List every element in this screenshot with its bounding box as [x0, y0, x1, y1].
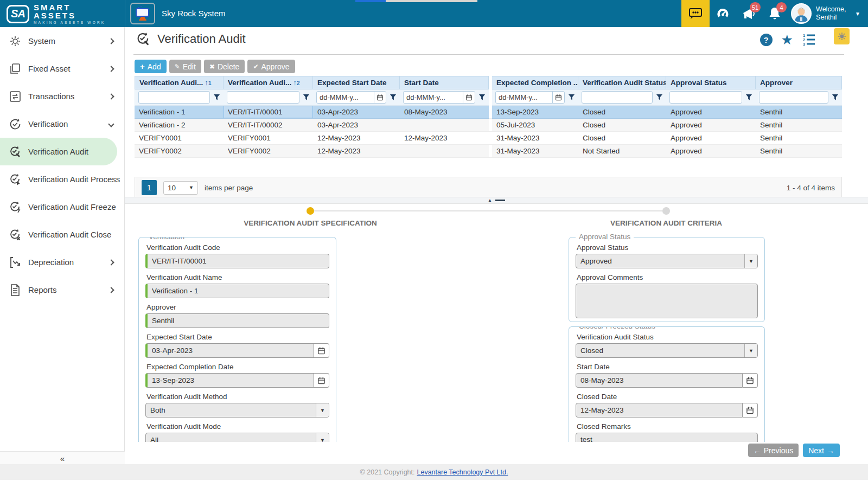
calendar-icon[interactable] [463, 92, 475, 103]
verification-audit-status-select[interactable]: Closed ▼ [576, 343, 758, 358]
sidebar-item-verification-audit-close[interactable]: Verification Audit Close [0, 221, 124, 248]
filter-input-audit-status[interactable] [582, 91, 653, 104]
audit-name-label: Verification Audit Name [146, 273, 329, 281]
company-link[interactable]: Levantare Technology Pvt Ltd. [417, 468, 508, 476]
sidebar-item-depreciation[interactable]: Depreciation [0, 248, 124, 276]
calendar-icon[interactable] [743, 403, 758, 418]
table-row[interactable]: VERIFY0002 VERIFY0002 12-May-2023 31-May… [135, 145, 842, 158]
table-row[interactable]: Verification - 1 VER/IT-IT/00001 03-Apr-… [135, 106, 842, 119]
filter-funnel-icon[interactable] [656, 94, 663, 101]
splitter-collapse-icon[interactable]: ▲ [488, 198, 492, 203]
system-monitor-icon[interactable] [130, 3, 155, 24]
next-button[interactable]: Next→ [803, 444, 840, 457]
filter-funnel-icon[interactable] [390, 94, 397, 101]
audit-mode-select[interactable]: All ▼ [145, 433, 329, 442]
filter-funnel-icon[interactable] [745, 94, 752, 101]
calendar-icon[interactable] [743, 373, 758, 388]
column-header-expected-completion[interactable]: Expected Completion ... [492, 76, 578, 89]
page-size-select[interactable]: 10 ▼ [163, 181, 198, 195]
settings-tab-button[interactable] [834, 28, 850, 44]
column-header-approver[interactable]: Approver [756, 76, 842, 89]
dashboard-button[interactable] [710, 0, 736, 27]
chevron-right-icon [108, 38, 114, 44]
filter-input-approval-status[interactable] [669, 91, 742, 104]
stepper-dot-specification[interactable] [307, 207, 314, 215]
column-header-audit-name[interactable]: Verification Audi...↑1 [135, 76, 224, 89]
column-header-expected-start-date[interactable]: Expected Start Date [313, 76, 400, 89]
svg-text:3: 3 [803, 42, 805, 47]
filter-input-audit-code[interactable] [227, 91, 299, 104]
approve-button[interactable]: ✔Approve [247, 60, 295, 73]
user-avatar[interactable] [791, 3, 812, 24]
column-header-start-date[interactable]: Start Date [400, 76, 489, 89]
start-date-field[interactable] [576, 373, 743, 388]
brand-logo[interactable]: SA SMART ASSETS MAKING ASSETS WORK [7, 3, 105, 24]
sidebar-item-verification-audit-process[interactable]: Verification Audit Process [0, 165, 124, 193]
user-menu-caret-icon[interactable]: ▼ [855, 11, 860, 17]
sidebar-item-fixed-asset[interactable]: Fixed Asset [0, 55, 124, 82]
date-filter-input[interactable]: dd-MMM-y... [403, 91, 475, 104]
numbered-list-button[interactable]: 1 2 3 [802, 33, 816, 47]
sidebar-item-reports[interactable]: Reports [0, 276, 124, 304]
column-header-approval-status[interactable]: Approval Status [666, 76, 756, 89]
sidebar-item-verification[interactable]: Verification [0, 110, 124, 138]
approver-field[interactable] [145, 313, 329, 328]
filter-input-audit-name[interactable] [138, 91, 210, 104]
sort-asc-icon: ↑2 [293, 79, 299, 87]
sidebar-item-system[interactable]: System [0, 27, 124, 55]
calendar-icon[interactable] [314, 373, 329, 388]
splitter-handle[interactable] [495, 200, 505, 201]
filter-cell-audit-code [224, 89, 313, 106]
notifications-button[interactable]: 4 [762, 0, 788, 27]
page-number-button[interactable]: 1 [142, 180, 157, 195]
previous-button[interactable]: ←Previous [748, 444, 799, 457]
chevron-right-icon [108, 93, 114, 99]
expected-start-date-label: Expected Start Date [146, 333, 329, 341]
stepper-line [310, 210, 666, 211]
approval-status-select[interactable]: Approved ▼ [576, 254, 758, 268]
expected-completion-date-field[interactable] [145, 373, 314, 388]
verification-audit-freeze-icon [9, 201, 22, 214]
filter-funnel-icon[interactable] [213, 94, 220, 101]
audit-method-select[interactable]: Both ▼ [145, 403, 329, 418]
sidebar-collapse-button[interactable]: « [0, 451, 125, 465]
filter-funnel-icon[interactable] [478, 94, 486, 101]
closed-date-field[interactable] [576, 403, 743, 418]
stepper-label-specification[interactable]: VERIFICATION AUDIT SPECIFICATION [196, 219, 424, 227]
audit-code-field[interactable] [145, 254, 329, 268]
approval-comments-field[interactable] [576, 284, 758, 318]
reports-icon [9, 284, 22, 297]
date-filter-input[interactable]: dd-MMM-y... [495, 91, 565, 104]
sidebar-item-verification-audit-freeze[interactable]: Verification Audit Freeze [0, 193, 124, 221]
column-header-audit-status[interactable]: Verification Audit Status [578, 76, 666, 89]
filter-funnel-icon[interactable] [303, 94, 310, 101]
stepper-dot-criteria[interactable] [662, 207, 670, 215]
help-button[interactable]: ? [760, 34, 773, 46]
calendar-icon[interactable] [552, 92, 564, 103]
stepper-label-criteria[interactable]: VERIFICATION AUDIT CRITERIA [552, 219, 780, 227]
add-button[interactable]: +Add [135, 60, 167, 73]
sidebar-item-verification-audit[interactable]: Verification Audit [0, 138, 117, 165]
table-row[interactable]: Verification - 2 VER/IT-IT/00002 03-Apr-… [135, 119, 842, 132]
edit-button[interactable]: ✎Edit [169, 60, 201, 73]
audit-name-field[interactable] [145, 284, 329, 298]
system-name: Sky Rock System [162, 9, 226, 18]
fixed-asset-icon [9, 62, 22, 75]
panel-splitter[interactable]: ▲ [125, 197, 868, 204]
calendar-icon[interactable] [374, 92, 386, 103]
delete-button[interactable]: ✖Delete [204, 60, 245, 73]
date-filter-input[interactable]: dd-MMM-y... [316, 91, 386, 104]
column-header-audit-code[interactable]: Verification Audi...↑2 [224, 76, 313, 89]
calendar-icon[interactable] [314, 343, 329, 358]
sidebar-item-transactions[interactable]: Transactions [0, 82, 124, 110]
chat-button[interactable] [681, 0, 710, 27]
closed-remarks-field[interactable]: test [576, 433, 758, 442]
filter-funnel-icon[interactable] [568, 94, 575, 101]
favorite-button[interactable]: ★ [781, 33, 793, 46]
filter-funnel-icon[interactable] [832, 94, 839, 101]
table-row[interactable]: VERIFY0001 VERIFY0001 12-May-2023 12-May… [135, 132, 842, 145]
announcements-button[interactable]: 51 [736, 0, 762, 27]
filter-cell-expected-start-date: dd-MMM-y... [313, 89, 400, 106]
filter-input-approver[interactable] [759, 91, 828, 104]
expected-start-date-field[interactable] [145, 343, 314, 358]
